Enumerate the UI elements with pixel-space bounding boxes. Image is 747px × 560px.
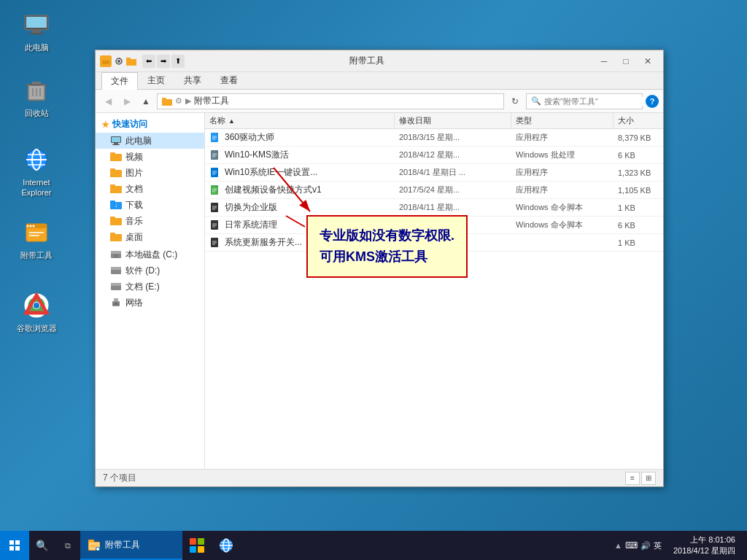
title-bar-icon [100,55,112,67]
minimize-btn[interactable]: ─ [593,53,615,69]
start-button[interactable] [0,531,29,560]
sidebar-item-music[interactable]: 音乐 [96,213,204,229]
tab-home[interactable]: 主页 [138,71,174,89]
path-label: 附带工具 [194,95,229,107]
content-area: ★ 快速访问 此电脑 [96,113,663,469]
up-nav-btn[interactable]: ▲ [138,93,154,109]
sidebar-item-ddrive[interactable]: 软件 (D:) [96,262,204,279]
sidebar-item-documents[interactable]: 文档 [96,181,204,197]
file-date: 2017/5/24 星期... [395,182,511,198]
taskbar-store-btn[interactable] [182,531,212,560]
music-folder-icon [110,215,122,227]
sidebar-item-cdrive[interactable]: 本地磁盘 (C:) [96,246,204,262]
sidebar-item-thispc[interactable]: 此电脑 [96,133,204,149]
back-btn[interactable]: ◀ [100,93,116,109]
show-desktop-btn[interactable] [741,531,747,560]
file-size: 6 KB [614,217,663,233]
search-box[interactable]: 🔍 [526,93,643,109]
search-input[interactable] [544,97,645,106]
desktop-icon-tools[interactable]: 附带工具 [11,215,62,263]
file-size: 1 KB [614,234,663,251]
file-icon [209,237,221,249]
svg-rect-17 [26,224,47,228]
file-icon [209,184,221,196]
col-size[interactable]: 大小 [614,113,663,128]
sidebar-item-downloads[interactable]: ↓ 下载 [96,197,204,213]
close-btn[interactable]: ✕ [637,53,659,69]
maximize-btn[interactable]: □ [615,53,637,69]
table-row[interactable]: Win10-KMS激活 2018/4/12 星期... Windows 批处理 … [205,147,663,164]
quick-access-header[interactable]: ★ 快速访问 [96,116,204,133]
file-name-cell: 切换为企业版 [205,199,395,216]
svg-text:↓: ↓ [115,202,117,209]
svg-point-20 [27,225,29,228]
callout-tooltip: 专业版如没有数字权限. 可用KMS激活工具 [306,215,468,278]
file-list-header: 名称 ▲ 修改日期 类型 大小 [205,113,663,129]
desktop-icon-chrome[interactable]: 谷歌浏览器 [11,288,62,336]
help-btn[interactable]: ? [646,95,659,108]
list-view-btn[interactable]: ≡ [625,472,640,485]
svg-rect-51 [110,233,115,236]
svg-rect-102 [15,540,20,545]
table-row[interactable]: 创建视频设备快捷方式v1 2017/5/24 星期... 应用程序 1,105 … [205,182,663,199]
taskbar-item-explorer[interactable]: 附带工具 [80,531,182,560]
view-buttons: ≡ ⊞ [625,472,656,485]
desktop-icon-thispc[interactable]: 此电脑 [11,7,62,55]
table-row[interactable]: 360驱动大师 2018/3/15 星期... 应用程序 8,379 KB [205,129,663,147]
svg-rect-34 [162,98,166,101]
table-row[interactable]: 切换为企业版 2018/4/11 星期... Windows 命令脚本 1 KB [205,199,663,217]
desktop-icon-ie[interactable]: Internet Explorer [11,142,62,201]
settings-icon [115,57,123,66]
address-path[interactable]: ⚙ ▶ 附带工具 [157,93,504,109]
file-type: Windows 命令脚本 [511,199,614,216]
ribbon-tabs: 文件 主页 共享 查看 [96,72,663,90]
file-name-cell: Win10-KMS激活 [205,147,395,163]
address-bar: ◀ ▶ ▲ ⚙ ▶ 附带工具 ↻ 🔍 ? [96,90,663,113]
refresh-btn[interactable]: ↻ [507,93,523,109]
ie-desktop-icon [22,145,51,174]
svg-rect-57 [111,267,121,270]
sidebar-item-edrive[interactable]: 文档 (E:) [96,279,204,295]
sidebar-item-desktop[interactable]: 桌面 [96,229,204,245]
col-type[interactable]: 类型 [511,113,614,128]
store-icon [189,537,205,553]
downloads-folder-icon: ↓ [110,199,122,211]
windows-logo-icon [9,540,20,551]
svg-rect-113 [190,538,196,545]
desktop-icon-recycle[interactable]: 回收站 [11,73,62,121]
col-name[interactable]: 名称 ▲ [205,113,395,128]
svg-rect-101 [9,540,14,545]
svg-rect-2 [32,30,41,33]
tab-view[interactable]: 查看 [211,71,247,89]
taskbar-ie-btn[interactable] [212,531,241,560]
sidebar-item-video[interactable]: 视频 [96,149,204,165]
chrome-icon-label: 谷歌浏览器 [17,323,57,333]
ie-icon-label: Internet Explorer [14,177,59,198]
svg-rect-104 [15,546,20,551]
details-view-btn[interactable]: ⊞ [641,472,656,485]
table-row[interactable]: Win10系统IE一键设置... 2018/4/1 星期日 ... 应用程序 1… [205,164,663,182]
file-date: 2018/4/1 星期日 ... [395,164,511,181]
svg-rect-59 [111,283,121,286]
col-date[interactable]: 修改日期 [395,113,511,128]
svg-rect-44 [110,184,115,187]
taskbar-search-btn[interactable]: 🔍 [29,531,55,560]
pc-sidebar-icon [110,135,122,147]
cdrive-icon [110,249,122,260]
tray-volume-icon[interactable]: 🔊 [640,541,651,551]
task-view-btn[interactable]: ⧉ [55,531,80,560]
sidebar-item-network[interactable]: 网络 [96,295,204,311]
svg-rect-38 [112,144,120,145]
svg-rect-32 [126,58,131,61]
tray-up-icon[interactable]: ▲ [614,541,622,550]
sidebar-item-pictures[interactable]: 图片 [96,165,204,181]
addr-folder-icon [162,97,172,106]
tab-share[interactable]: 共享 [174,71,211,89]
tab-file[interactable]: 文件 [101,72,138,90]
file-name-cell: 创建视频设备快捷方式v1 [205,182,395,198]
forward-nav-btn[interactable]: ▶ [119,93,135,109]
window-controls: ─ □ ✕ [593,53,659,69]
taskbar-clock[interactable]: 上午 8:01:06 2018/4/12 星期四 [667,534,741,557]
file-name-cell: 360驱动大师 [205,129,395,146]
file-type: 应用程序 [511,182,614,198]
